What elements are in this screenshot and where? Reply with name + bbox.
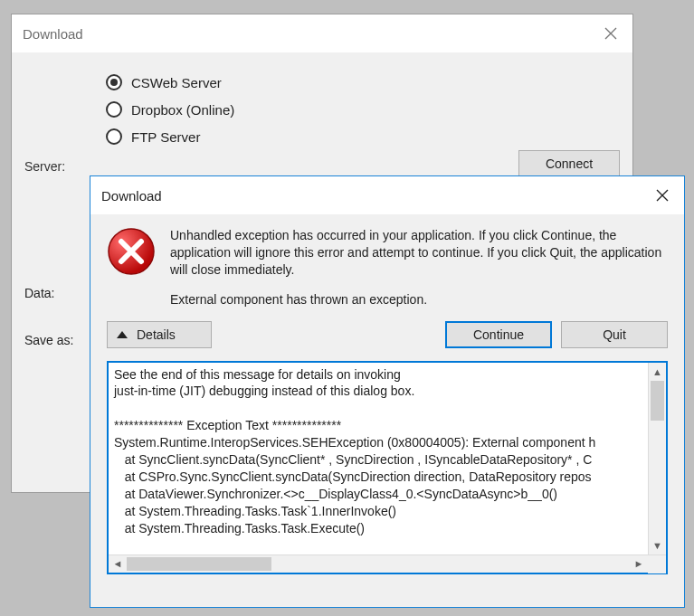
close-icon[interactable]	[589, 14, 632, 52]
details-text: See the end of this message for details …	[109, 363, 666, 554]
scroll-thumb[interactable]	[127, 557, 271, 571]
radio-ftp[interactable]: FTP Server	[106, 128, 502, 145]
arrow-up-icon	[117, 331, 128, 338]
scroll-right-icon[interactable]: ►	[630, 554, 648, 573]
scroll-down-icon[interactable]: ▼	[649, 536, 666, 554]
radio-label: Dropbox (Online)	[131, 102, 234, 118]
server-label: Server:	[24, 69, 106, 174]
titlebar: Download	[12, 14, 632, 52]
details-textbox[interactable]: See the end of this message for details …	[107, 361, 668, 574]
radio-icon	[106, 128, 122, 145]
radio-label: CSWeb Server	[131, 75, 222, 90]
connect-button[interactable]: Connect	[518, 150, 620, 177]
radio-csweb[interactable]: CSWeb Server	[106, 74, 502, 90]
dialog-title: Download	[90, 188, 162, 204]
error-detail: External component has thrown an excepti…	[170, 291, 668, 308]
error-icon	[107, 227, 156, 276]
radio-icon	[106, 74, 122, 90]
close-icon[interactable]	[641, 176, 684, 214]
dialog-title: Download	[12, 26, 83, 42]
scroll-thumb[interactable]	[651, 381, 664, 421]
scroll-up-icon[interactable]: ▲	[649, 363, 666, 381]
vertical-scrollbar[interactable]: ▲ ▼	[648, 363, 666, 554]
scroll-left-icon[interactable]: ◄	[109, 554, 127, 573]
quit-button[interactable]: Quit	[561, 321, 668, 348]
radio-label: FTP Server	[131, 129, 200, 145]
continue-button[interactable]: Continue	[445, 321, 552, 348]
details-button[interactable]: Details	[107, 321, 212, 348]
radio-dropbox[interactable]: Dropbox (Online)	[106, 101, 502, 118]
error-dialog: Download Unhandled e	[90, 175, 685, 608]
radio-icon	[106, 101, 122, 118]
horizontal-scrollbar[interactable]: ◄ ►	[109, 554, 666, 573]
details-button-label: Details	[137, 327, 176, 342]
error-message: Unhandled exception has occurred in your…	[170, 227, 668, 279]
titlebar: Download	[90, 176, 684, 214]
